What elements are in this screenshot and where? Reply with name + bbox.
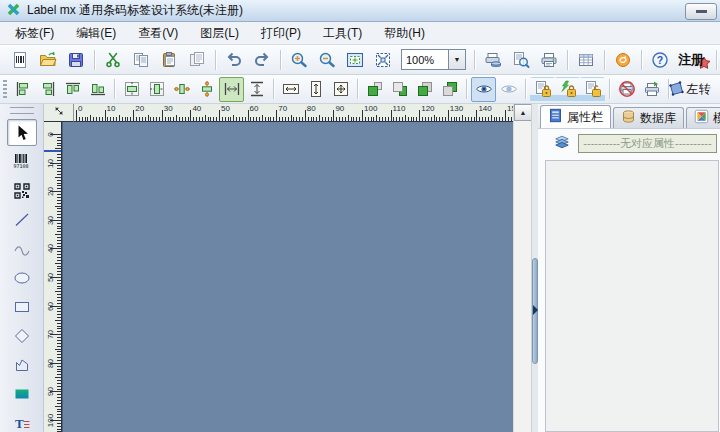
- send-back-button[interactable]: [387, 77, 412, 102]
- new-label-icon: [11, 51, 29, 69]
- paste-button[interactable]: [155, 46, 183, 73]
- align-top-button[interactable]: [60, 77, 85, 102]
- property-selector[interactable]: ----------无对应属性----------: [578, 134, 717, 153]
- bring-forward-button[interactable]: [412, 77, 437, 102]
- fit-objects-icon: [374, 51, 392, 69]
- palette-grip[interactable]: [10, 107, 34, 114]
- zoom-level-dropdown-icon[interactable]: ▼: [448, 50, 465, 69]
- curve-tool-button[interactable]: [7, 235, 37, 262]
- menu-layer[interactable]: 图层(L): [189, 22, 250, 45]
- tab-template[interactable]: 模板: [686, 107, 720, 128]
- ruler-tick: [202, 117, 203, 121]
- toolbar-separator: [280, 50, 281, 70]
- align-right-button[interactable]: [35, 77, 60, 102]
- copy-button[interactable]: [127, 46, 155, 73]
- ruler-origin-box[interactable]: [44, 104, 74, 122]
- toolbar-grip[interactable]: [3, 80, 7, 98]
- design-canvas[interactable]: [62, 122, 513, 432]
- align-bottom-button[interactable]: [85, 77, 110, 102]
- ruler-tick: [57, 154, 61, 155]
- undo-button[interactable]: [220, 46, 248, 73]
- print-preview-button[interactable]: [507, 46, 535, 73]
- save-button[interactable]: [62, 46, 90, 73]
- toolbar-separator: [94, 50, 95, 70]
- same-height-button[interactable]: [303, 77, 328, 102]
- equal-space-h-button[interactable]: [219, 77, 244, 102]
- ruler-tick: [276, 110, 277, 121]
- ruler-tick: [57, 354, 61, 355]
- no-print-button[interactable]: [614, 77, 639, 102]
- ruler-tick: [57, 251, 61, 252]
- menu-view[interactable]: 查看(V): [127, 22, 189, 45]
- zoom-out-button[interactable]: [313, 46, 341, 73]
- layers-button[interactable]: [551, 134, 573, 153]
- space-vertical-button[interactable]: [194, 77, 219, 102]
- print-object-button[interactable]: [639, 77, 664, 102]
- space-horizontal-button[interactable]: [169, 77, 194, 102]
- show-object-button[interactable]: [471, 77, 496, 102]
- qrcode-tool-button[interactable]: [7, 177, 37, 204]
- hide-object-button[interactable]: [496, 77, 521, 102]
- same-size-button[interactable]: [328, 77, 353, 102]
- barcode-tool-button[interactable]: 97108: [7, 148, 37, 175]
- barcode-icon: 97108: [12, 152, 32, 172]
- tab-properties[interactable]: 属性栏: [540, 105, 611, 128]
- equal-space-v-button[interactable]: [244, 77, 269, 102]
- new-label-button[interactable]: [6, 46, 34, 73]
- print-data-button[interactable]: [479, 46, 507, 73]
- fill-style-tool-button[interactable]: [7, 380, 37, 407]
- unlock-all-button[interactable]: [580, 77, 605, 102]
- property-list-area[interactable]: [545, 160, 719, 432]
- fit-objects-button[interactable]: [369, 46, 397, 73]
- menu-edit[interactable]: 编辑(E): [65, 22, 127, 45]
- lock-object-button[interactable]: [530, 77, 555, 102]
- print-button[interactable]: [535, 46, 563, 73]
- clone-button[interactable]: [183, 46, 211, 73]
- ruler-tick: [57, 286, 61, 287]
- center-horizontal-button[interactable]: [119, 77, 144, 102]
- menu-print[interactable]: 打印(P): [250, 22, 312, 45]
- fit-window-button[interactable]: [341, 46, 369, 73]
- align-left-button[interactable]: [10, 77, 35, 102]
- minimize-button[interactable]: [685, 3, 717, 20]
- zoom-in-button[interactable]: [285, 46, 313, 73]
- register-button[interactable]: 注册: [674, 49, 712, 71]
- line-tool-button[interactable]: [7, 206, 37, 233]
- ruler-tick: [353, 117, 354, 121]
- ruler-tick: [57, 389, 61, 390]
- redo-button[interactable]: [248, 46, 276, 73]
- data-table-icon: [577, 51, 595, 69]
- select-tool-button[interactable]: [7, 119, 37, 146]
- open-file-button[interactable]: [34, 46, 62, 73]
- ruler-tick: [373, 117, 374, 121]
- scroll-up-button[interactable]: ▲: [514, 104, 532, 121]
- menu-tools[interactable]: 工具(T): [312, 22, 373, 45]
- data-table-button[interactable]: [572, 46, 600, 73]
- lock-all-button[interactable]: [555, 77, 580, 102]
- live-update-button[interactable]: [609, 46, 637, 73]
- curve-icon: [13, 240, 31, 258]
- cut-button[interactable]: [99, 46, 127, 73]
- same-width-button[interactable]: [278, 77, 303, 102]
- polygon-tool-button[interactable]: [7, 351, 37, 378]
- ellipse-tool-button[interactable]: [7, 264, 37, 291]
- ruler-tick: [57, 383, 61, 384]
- ruler-label: 100: [364, 104, 377, 113]
- menu-help[interactable]: 帮助(H): [373, 22, 436, 45]
- help-button[interactable]: ?: [646, 46, 674, 73]
- vertical-scrollbar[interactable]: ▲: [513, 104, 532, 432]
- send-backward-button[interactable]: [437, 77, 462, 102]
- menu-label[interactable]: 标签(F): [4, 22, 65, 45]
- zoom-level-combo[interactable]: 100%▼: [401, 49, 466, 70]
- center-vertical-button[interactable]: [144, 77, 169, 102]
- tab-database[interactable]: 数据库: [613, 107, 684, 128]
- bring-front-icon: [366, 80, 384, 98]
- bring-front-button[interactable]: [362, 77, 387, 102]
- diamond-tool-button[interactable]: [7, 322, 37, 349]
- ruler-tick: [57, 171, 61, 172]
- ruler-label: 90: [335, 104, 344, 113]
- rectangle-tool-button[interactable]: [7, 293, 37, 320]
- text-tool-tool-button[interactable]: T: [7, 409, 37, 432]
- rotate-left-button[interactable]: 左转: [673, 77, 704, 102]
- ruler-tick: [119, 115, 120, 121]
